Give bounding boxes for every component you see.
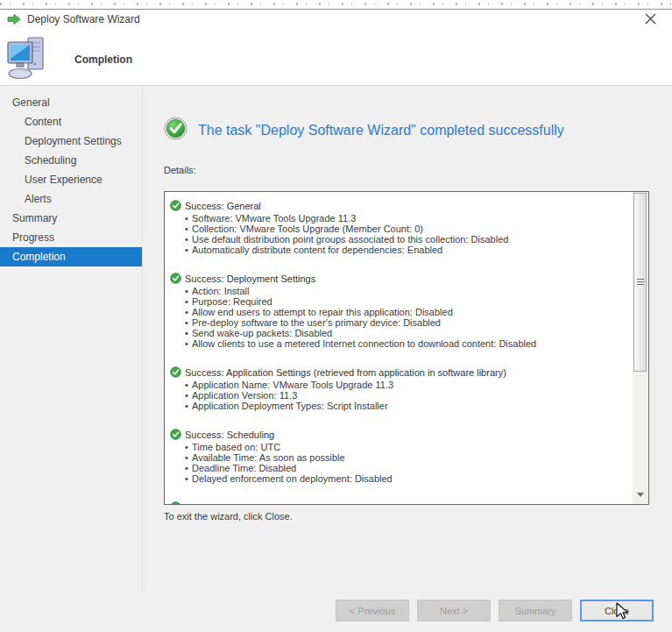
- scrollbar-thumb[interactable]: [633, 193, 647, 372]
- sidebar-item-scheduling[interactable]: Scheduling: [0, 151, 142, 170]
- sidebar-item-alerts[interactable]: Alerts: [0, 189, 142, 209]
- sidebar-item-deployment-settings[interactable]: Deployment Settings: [0, 131, 142, 151]
- bullet-icon: •: [185, 296, 192, 307]
- success-check-small-icon: [170, 272, 181, 288]
- detail-item-text: Purpose: Required: [192, 296, 272, 307]
- detail-item: •Action: Install: [170, 286, 632, 296]
- detail-item-text: Delayed enforcement on deployment: Disab…: [192, 473, 393, 484]
- titlebar: Deploy Software Wizard: [0, 10, 672, 29]
- footer-buttons: < PreviousNext >SummaryClose: [336, 600, 654, 621]
- details-scrollbar[interactable]: [633, 192, 648, 504]
- detail-item-text: Collection: VMware Tools Upgrade (Member…: [192, 224, 423, 234]
- section-title: Success: User Experience: [185, 502, 298, 504]
- details-section: Success: Application Settings (retrieved…: [170, 367, 632, 411]
- bullet-icon: •: [185, 442, 192, 452]
- detail-item-text: Pre-deploy software to the user's primar…: [192, 317, 441, 328]
- detail-item: •Application Deployment Types: Script In…: [170, 401, 632, 411]
- details-section: Success: User Experience: [170, 502, 632, 504]
- previous-button[interactable]: < Previous: [336, 600, 409, 621]
- window-title: Deploy Software Wizard: [27, 13, 140, 25]
- section-title: Success: Scheduling: [185, 430, 274, 441]
- success-check-small-icon: [170, 501, 181, 504]
- section-title: Success: Deployment Settings: [185, 273, 315, 285]
- sidebar-divider: [142, 86, 143, 593]
- bullet-icon: •: [185, 401, 192, 411]
- detail-item: •Allow clients to use a metered Internet…: [170, 338, 632, 349]
- detail-item: •Collection: VMware Tools Upgrade (Membe…: [170, 224, 632, 234]
- detail-item-text: Allow end users to attempt to repair thi…: [192, 307, 453, 317]
- wizard-step-title: Completion: [74, 53, 132, 66]
- detail-item-text: Allow clients to use a metered Internet …: [192, 338, 536, 349]
- detail-item-text: Available Time: As soon as possible: [192, 452, 345, 463]
- wizard-steps: GeneralContentDeployment SettingsSchedul…: [0, 93, 142, 266]
- bullet-icon: •: [185, 452, 192, 463]
- bullet-icon: •: [185, 317, 192, 328]
- bullet-icon: •: [185, 307, 192, 317]
- detail-item: •Pre-deploy software to the user's prima…: [170, 317, 632, 328]
- next-button[interactable]: Next >: [417, 600, 491, 621]
- detail-item-text: Application Version: 11.3: [192, 390, 297, 401]
- bullet-icon: •: [185, 473, 192, 484]
- detail-item-text: Application Name: VMware Tools Upgrade 1…: [192, 380, 393, 390]
- detail-item: •Delayed enforcement on deployment: Disa…: [170, 473, 632, 484]
- bullet-icon: •: [185, 213, 192, 224]
- detail-item-text: Application Deployment Types: Script Ins…: [192, 401, 388, 411]
- detail-item: •Allow end users to attempt to repair th…: [170, 307, 632, 317]
- detail-item: •Automatically distribute content for de…: [170, 245, 632, 255]
- background-window-strip: [0, 0, 672, 10]
- detail-item-text: Send wake-up packets: Disabled: [192, 328, 332, 338]
- close-button[interactable]: Close: [580, 600, 654, 621]
- bullet-icon: •: [185, 328, 192, 338]
- sidebar-item-progress[interactable]: Progress: [0, 228, 142, 247]
- summary-button[interactable]: Summary: [499, 600, 572, 621]
- exit-hint: To exit the wizard, click Close.: [164, 511, 293, 522]
- detail-item: •Available Time: As soon as possible: [170, 452, 632, 463]
- details-section: Success: General•Software: VMware Tools …: [170, 201, 632, 255]
- detail-item-text: Time based on: UTC: [192, 442, 280, 452]
- success-check-small-icon: [170, 366, 181, 381]
- header-divider: [0, 85, 672, 86]
- scroll-down-icon[interactable]: [637, 493, 644, 497]
- bullet-icon: •: [185, 245, 192, 255]
- sidebar-item-summary[interactable]: Summary: [0, 209, 142, 228]
- details-label: Details:: [164, 165, 196, 175]
- bullet-icon: •: [185, 380, 192, 390]
- clipped-background-text: [0, 3, 672, 5]
- detail-item: •Time based on: UTC: [170, 442, 632, 452]
- bullet-icon: •: [185, 234, 192, 245]
- bullet-icon: •: [185, 286, 192, 296]
- detail-item: •Software: VMware Tools Upgrade 11.3: [170, 213, 632, 224]
- bullet-icon: •: [185, 390, 192, 401]
- sidebar-item-completion[interactable]: Completion: [0, 247, 142, 266]
- detail-item: •Send wake-up packets: Disabled: [170, 328, 632, 338]
- success-check-small-icon: [170, 428, 181, 444]
- bullet-icon: •: [185, 224, 192, 234]
- detail-item: •Purpose: Required: [170, 296, 632, 307]
- close-icon[interactable]: [639, 9, 661, 28]
- success-check-small-icon: [170, 199, 181, 215]
- section-title: Success: Application Settings (retrieved…: [185, 367, 506, 379]
- detail-item: •Application Name: VMware Tools Upgrade …: [170, 380, 632, 390]
- status-heading: The task "Deploy Software Wizard" comple…: [198, 123, 564, 138]
- detail-item-text: Automatically distribute content for dep…: [192, 245, 442, 255]
- details-section: Success: Deployment Settings•Action: Ins…: [170, 273, 632, 349]
- section-title: Success: General: [185, 201, 261, 212]
- detail-item: •Application Version: 11.3: [170, 390, 632, 401]
- sidebar-item-user-experience[interactable]: User Experience: [0, 170, 142, 189]
- details-content: Success: General•Software: VMware Tools …: [165, 192, 632, 504]
- sidebar-item-content[interactable]: Content: [0, 112, 142, 131]
- computer-icon: [7, 35, 51, 84]
- details-box[interactable]: Success: General•Software: VMware Tools …: [164, 191, 649, 505]
- bullet-icon: •: [185, 338, 192, 349]
- detail-item: •Deadline Time: Disabled: [170, 463, 632, 473]
- success-check-icon: [164, 117, 187, 144]
- bullet-icon: •: [185, 463, 192, 473]
- detail-item-text: Use default distribution point groups as…: [192, 234, 508, 245]
- detail-item-text: Action: Install: [192, 286, 249, 296]
- detail-item: •Use default distribution point groups a…: [170, 234, 632, 245]
- sidebar-item-general[interactable]: General: [0, 93, 142, 112]
- detail-item-text: Deadline Time: Disabled: [192, 463, 296, 473]
- status-row: The task "Deploy Software Wizard" comple…: [164, 117, 564, 144]
- detail-item-text: Software: VMware Tools Upgrade 11.3: [192, 213, 356, 224]
- deploy-arrow-icon: [7, 12, 21, 26]
